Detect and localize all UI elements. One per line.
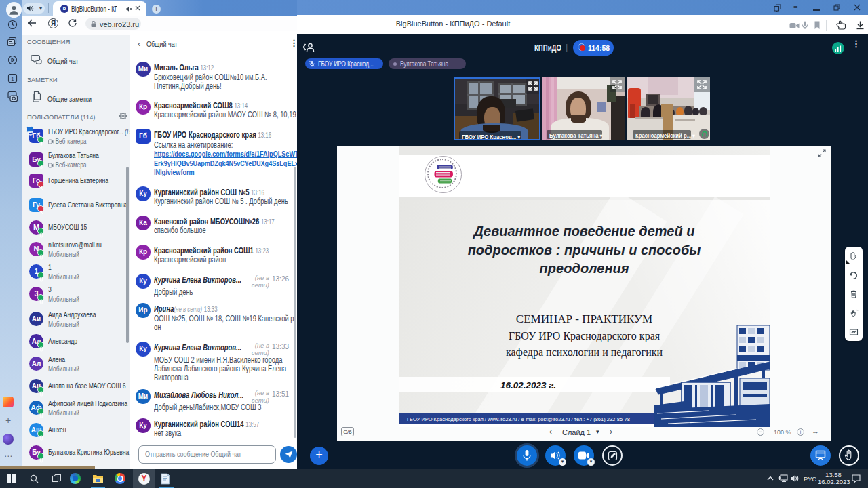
svg-text:1: 1 [11, 76, 14, 82]
